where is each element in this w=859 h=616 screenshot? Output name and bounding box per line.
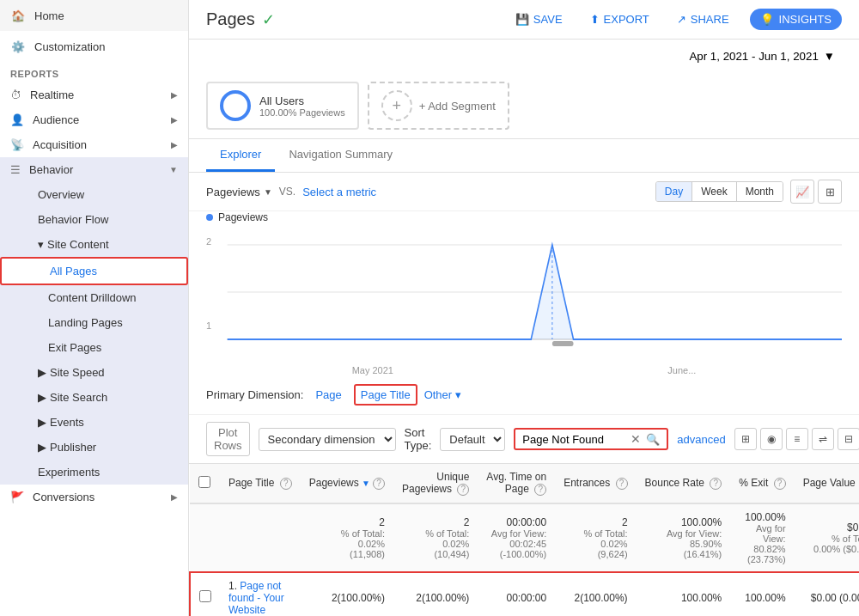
period-week-button[interactable]: Week (692, 182, 736, 201)
custom-view-button[interactable]: ⊟ (838, 428, 859, 450)
conversions-icon: 🚩 (10, 491, 24, 503)
export-button[interactable]: ⬆ EXPORT (583, 9, 656, 29)
pie-view-button[interactable]: ◉ (760, 428, 783, 450)
col-exit: % Exit ? (730, 464, 794, 503)
summary-pageviews-sub: 0.02% (309, 539, 385, 549)
pageviews-sort-icon[interactable]: ▼ (362, 479, 370, 488)
customization-icon: ⚙️ (10, 39, 26, 54)
dim-page-link[interactable]: Page (310, 386, 346, 404)
sidebar-nav-customization[interactable]: ⚙️ Customization (0, 31, 188, 62)
summary-entrances-pct: % of Total: (564, 528, 627, 539)
metric-dropdown[interactable]: Pageviews ▼ (206, 186, 272, 198)
sidebar-group-conversions[interactable]: 🚩 Conversions ▶ (0, 485, 188, 509)
tab-explorer-label: Explorer (220, 148, 261, 161)
sidebar-item-events[interactable]: ▶ Events (0, 410, 188, 435)
sidebar-item-exit-pages[interactable]: Exit Pages (0, 335, 188, 360)
row-1-page-title-link[interactable]: Page not found - Your Website (228, 580, 284, 616)
period-day-button[interactable]: Day (656, 182, 692, 201)
select-all-checkbox[interactable] (198, 476, 210, 488)
summary-entrances-sub: 0.02% (564, 539, 627, 549)
sidebar-acquisition-label: Acquisition (33, 138, 87, 151)
search-input[interactable] (522, 433, 625, 446)
sidebar-item-experiments[interactable]: Experiments (0, 460, 188, 485)
row-1-checkbox[interactable] (199, 590, 211, 602)
sidebar-group-audience-header[interactable]: 👤 Audience ▶ (0, 107, 188, 132)
period-buttons: Day Week Month (655, 181, 783, 202)
sidebar-item-site-content[interactable]: ▾ Site Content (0, 232, 188, 257)
dim-other-link[interactable]: Other ▾ (424, 388, 461, 401)
summary-entrances-abs: (9,624) (564, 549, 627, 559)
bounce-rate-help-icon[interactable]: ? (710, 478, 722, 490)
sidebar-item-behavior-flow[interactable]: Behavior Flow (0, 207, 188, 232)
share-button[interactable]: ↗ SHARE (670, 9, 736, 29)
search-icon[interactable]: 🔍 (646, 433, 660, 446)
advanced-link[interactable]: advanced (677, 433, 725, 446)
sidebar-item-site-search[interactable]: ▶ Site Search (0, 385, 188, 410)
date-range-button[interactable]: Apr 1, 2021 - Jun 1, 2021 ▼ (682, 46, 842, 66)
vs-label: VS. (279, 186, 295, 198)
plot-rows-button[interactable]: Plot Rows (206, 422, 250, 456)
insights-icon: 💡 (760, 13, 774, 26)
secondary-dimension-select[interactable]: Secondary dimension (259, 428, 396, 451)
summary-exit-label: Avg for View: (739, 523, 785, 544)
date-range-arrow-icon: ▼ (824, 50, 835, 63)
chart-legend-label: Pageviews (218, 211, 268, 223)
publisher-expand-icon: ▶ (38, 441, 46, 454)
save-button[interactable]: 💾 SAVE (509, 9, 570, 29)
sidebar-item-overview[interactable]: Overview (0, 182, 188, 207)
site-content-expand-icon: ▾ (38, 238, 44, 251)
sidebar-item-all-pages[interactable]: All Pages (0, 257, 188, 285)
tab-explorer[interactable]: Explorer (206, 139, 275, 172)
line-chart-button[interactable]: 📈 (790, 180, 814, 204)
row-1-avg-time-cell: 00:00:00 (478, 572, 555, 616)
col-entrances: Entrances ? (555, 464, 636, 503)
page-title: Pages ✓ (206, 9, 498, 29)
col-page-value: Page Value ? (795, 464, 859, 503)
sidebar-group-realtime-header[interactable]: ⏱ Realtime ▶ (0, 82, 188, 107)
sidebar-group-realtime[interactable]: ⏱ Realtime ▶ (0, 82, 188, 107)
sidebar-item-landing-pages[interactable]: Landing Pages (0, 310, 188, 335)
summary-avg-time-value: 00:00:00 (486, 516, 546, 528)
sidebar-item-publisher[interactable]: ▶ Publisher (0, 435, 188, 460)
share-label: SHARE (691, 13, 729, 26)
alt-chart-button[interactable]: ⊞ (818, 180, 842, 204)
sidebar-item-site-speed[interactable]: ▶ Site Speed (0, 360, 188, 385)
col-unique-pageviews: UniquePageviews ? (393, 464, 478, 503)
period-month-button[interactable]: Month (737, 182, 783, 201)
pivot-view-button[interactable]: ⇌ (812, 428, 834, 450)
page-title-help-icon[interactable]: ? (280, 478, 292, 490)
search-clear-icon[interactable]: ✕ (631, 432, 641, 446)
row-1-pageviews: 2(100.00%) (332, 592, 385, 604)
insights-button[interactable]: 💡 INSIGHTS (750, 9, 842, 30)
col-avg-time: Avg. Time onPage ? (478, 464, 555, 503)
sidebar-group-acquisition[interactable]: 📡 Acquisition ▶ (0, 132, 188, 157)
y-label-1: 1 (206, 320, 211, 331)
sidebar-item-content-drilldown[interactable]: Content Drilldown (0, 285, 188, 310)
avg-time-help-icon[interactable]: ? (534, 484, 546, 496)
sidebar-group-conversions-header[interactable]: 🚩 Conversions ▶ (0, 485, 188, 509)
sidebar-group-audience[interactable]: 👤 Audience ▶ (0, 107, 188, 132)
sidebar-group-behavior[interactable]: ☰ Behavior ▼ Overview Behavior Flow ▾ Si… (0, 157, 188, 485)
summary-bounce-value: 100.00% (645, 516, 722, 528)
sidebar-realtime-label: Realtime (30, 88, 74, 101)
sidebar-group-acquisition-header[interactable]: 📡 Acquisition ▶ (0, 132, 188, 157)
sidebar-group-behavior-header[interactable]: ☰ Behavior ▼ (0, 157, 188, 182)
unique-pageviews-help-icon[interactable]: ? (457, 484, 469, 496)
add-segment-button[interactable]: + + Add Segment (368, 82, 509, 130)
chart-controls: Pageviews ▼ VS. Select a metric Day Week… (189, 173, 859, 211)
select-metric-link[interactable]: Select a metric (302, 186, 376, 198)
exit-help-icon[interactable]: ? (774, 478, 786, 490)
sort-type-select[interactable]: Default (440, 428, 505, 451)
bar-view-button[interactable]: ≡ (786, 428, 808, 450)
segment-all-users[interactable]: All Users 100.00% Pageviews (206, 82, 359, 130)
tab-navigation-summary[interactable]: Navigation Summary (275, 139, 406, 172)
dim-page-title-link[interactable]: Page Title (354, 384, 417, 406)
primary-dim-label: Primary Dimension: (206, 388, 303, 401)
grid-view-button[interactable]: ⊞ (734, 428, 757, 450)
sidebar-nav-home[interactable]: 🏠 Home (0, 0, 188, 31)
summary-entrances-value: 2 (564, 516, 627, 528)
entrances-help-icon[interactable]: ? (616, 478, 628, 490)
summary-bounce-diff: (16.41%) (645, 549, 722, 559)
sidebar-customization-label: Customization (34, 40, 105, 53)
pageviews-help-icon[interactable]: ? (373, 478, 385, 490)
